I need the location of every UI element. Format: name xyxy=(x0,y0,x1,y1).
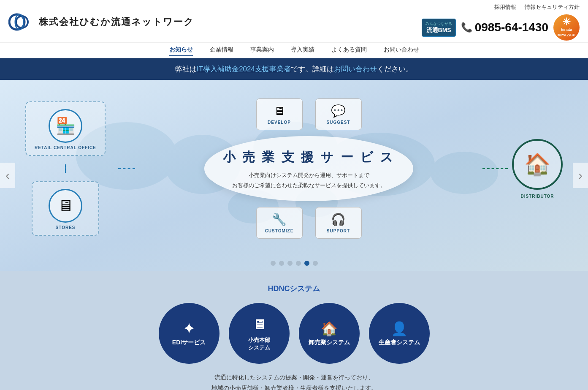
hdnc-circles: ✦ EDIサービス 🖥 小売本部 システム 🏠 卸売業システム 👤 生産者システ… xyxy=(8,303,580,364)
cloud-desc-line1: 小売業向けシステム開発から運用、サポートまで xyxy=(223,170,395,180)
distributor-label: DISTRIBUTOR xyxy=(520,194,554,199)
bms-main: 流通BMS xyxy=(425,27,452,34)
sun-icon: ☀ xyxy=(562,17,571,27)
retail-sys-label: 小売本部 システム xyxy=(248,336,270,352)
stores-card: 🖥 STORES xyxy=(32,181,99,236)
announcement-banner: 弊社はIT導入補助金2024支援事業者です。詳細はお問い合わせください。 xyxy=(0,58,588,80)
header-left: 株式会社ひむか流通ネットワーク xyxy=(8,9,194,35)
hdnc-section: HDNCシステム ✦ EDIサービス 🖥 小売本部 システム 🏠 卸売業システム… xyxy=(0,271,588,390)
hero-content: 🏪 RETAIL CENTRAL OFFICE 🖥 STORES 🖥 DEVEL… xyxy=(0,80,588,257)
suggest-icon: 💬 xyxy=(331,104,346,118)
hero-arrow-right[interactable]: › xyxy=(573,163,588,188)
hero-center: 🖥 DEVELOP 💬 SUGGEST 小 売 業 支 援 サ ー ビ ス 小売… xyxy=(135,98,482,239)
hdnc-title: HDNCシステム xyxy=(8,284,580,294)
nav-faq[interactable]: よくある質問 xyxy=(331,46,367,56)
develop-icon: 🖥 xyxy=(274,104,285,118)
edi-label: EDIサービス xyxy=(172,339,206,346)
nav-business[interactable]: 事業案内 xyxy=(250,46,274,56)
hinata-line1: hinata xyxy=(561,27,572,33)
phone-display: 📞 0985-64-1430 xyxy=(461,21,548,34)
main-nav: お知らせ 企業情報 事業案内 導入実績 よくある質問 お問い合わせ xyxy=(0,42,588,58)
retail-icon: 🏪 xyxy=(49,109,82,143)
connector-right xyxy=(482,168,508,169)
recruit-link[interactable]: 採用情報 xyxy=(494,3,516,11)
customize-label: CUSTOMIZE xyxy=(265,229,294,233)
hero-section: ‹ 🏪 RETAIL CENTRAL OFFICE 🖥 STORES xyxy=(0,80,588,271)
announcement-mid: です。詳細は xyxy=(291,65,334,73)
hdnc-desc-line2: 地域の小売店舗様・卸売業者様・生産者様を支援いたします。 xyxy=(8,383,580,390)
stores-icon: 🖥 xyxy=(49,189,82,223)
develop-label: DEVELOP xyxy=(268,120,291,125)
hero-arrow-left[interactable]: ‹ xyxy=(0,163,15,188)
vertical-connector xyxy=(65,164,66,173)
producer-label: 生産者システム xyxy=(379,339,420,346)
customize-icon: 🔧 xyxy=(272,213,287,226)
announcement-prefix: 弊社は xyxy=(175,65,197,73)
nav-news[interactable]: お知らせ xyxy=(169,46,193,56)
stores-label: STORES xyxy=(56,225,76,230)
distributor-circle: 🏠 xyxy=(512,139,563,190)
cloud-desc: 小売業向けシステム開発から運用、サポートまで お客様のご希望に合わせた柔軟なサー… xyxy=(223,170,395,190)
phone-icon: 📞 xyxy=(461,22,472,33)
wholesale-label: 卸売業システム xyxy=(309,339,350,346)
hdnc-description: 流通に特化したシステムの提案・開発・運営を行っており、 地域の小売店舗様・卸売業… xyxy=(8,372,580,390)
support-box: 🎧 SUPPORT xyxy=(315,207,362,239)
nav-contact[interactable]: お問い合わせ xyxy=(384,46,419,56)
support-label: SUPPORT xyxy=(327,229,350,233)
bottom-service-row: 🔧 CUSTOMIZE 🎧 SUPPORT xyxy=(256,207,362,239)
wholesale-icon: 🏠 xyxy=(321,321,338,337)
producer-icon: 👤 xyxy=(391,321,408,337)
suggest-label: SUGGEST xyxy=(327,120,350,125)
cloud-bubble: 小 売 業 支 援 サ ー ビ ス 小売業向けシステム開発から運用、サポートまで… xyxy=(204,136,414,201)
hinata-badge: ☀ hinata MIYAZAKI xyxy=(553,14,580,41)
customize-box: 🔧 CUSTOMIZE xyxy=(256,207,303,239)
cloud-desc-line2: お客様のご希望に合わせた柔軟なサービスを提供しています。 xyxy=(223,180,395,190)
nav-cases[interactable]: 導入実績 xyxy=(291,46,314,56)
cloud-title: 小 売 業 支 援 サ ー ビ ス xyxy=(223,149,395,166)
company-logo xyxy=(8,9,34,35)
header-right: 採用情報 情報セキュリティ方針 みんなつながる 流通BMS 📞 0985-64-… xyxy=(422,3,580,41)
hdnc-edi[interactable]: ✦ EDIサービス xyxy=(159,303,219,364)
hinata-line2: MIYAZAKI xyxy=(558,33,576,38)
hero-left-column: 🏪 RETAIL CENTRAL OFFICE 🖥 STORES xyxy=(25,101,106,236)
security-link[interactable]: 情報セキュリティ方針 xyxy=(525,3,580,11)
announcement-suffix: ください。 xyxy=(377,65,413,73)
suggest-box: 💬 SUGGEST xyxy=(315,98,362,130)
hdnc-wholesale[interactable]: 🏠 卸売業システム xyxy=(299,303,360,364)
top-service-row: 🖥 DEVELOP 💬 SUGGEST xyxy=(256,98,362,130)
phone-number: 0985-64-1430 xyxy=(475,21,548,34)
connector-left xyxy=(118,168,135,169)
hdnc-desc-line1: 流通に特化したシステムの提案・開発・運営を行っており、 xyxy=(8,372,580,383)
retail-central-card: 🏪 RETAIL CENTRAL OFFICE xyxy=(25,101,106,156)
it-subsidy-link[interactable]: IT導入補助金2024支援事業者 xyxy=(197,65,291,73)
support-icon: 🎧 xyxy=(331,213,346,226)
svg-point-1 xyxy=(16,16,28,28)
nav-company[interactable]: 企業情報 xyxy=(210,46,233,56)
hdnc-retail[interactable]: 🖥 小売本部 システム xyxy=(229,303,290,364)
edi-icon: ✦ xyxy=(183,321,195,337)
company-name: 株式会社ひむか流通ネットワーク xyxy=(39,16,194,28)
retail-sys-icon: 🖥 xyxy=(252,315,266,334)
contact-link[interactable]: お問い合わせ xyxy=(334,65,377,73)
hdnc-producer[interactable]: 👤 生産者システム xyxy=(369,303,430,364)
hero-right-column: 🏠 DISTRIBUTOR xyxy=(512,139,563,199)
bms-top: みんなつながる xyxy=(425,21,452,27)
retail-label: RETAIL CENTRAL OFFICE xyxy=(35,145,96,150)
develop-box: 🖥 DEVELOP xyxy=(256,98,303,130)
bms-badge[interactable]: みんなつながる 流通BMS xyxy=(422,19,456,37)
